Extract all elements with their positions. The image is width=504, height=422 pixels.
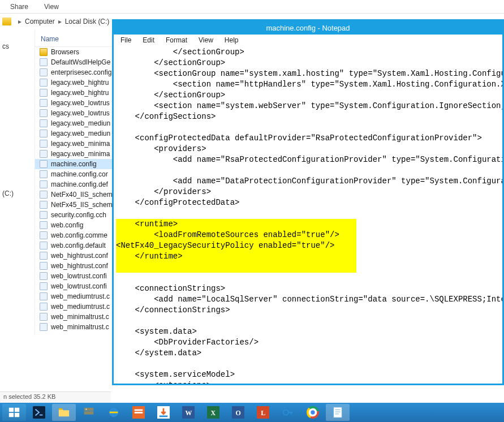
taskbar-download[interactable] bbox=[152, 404, 175, 421]
svg-point-23 bbox=[283, 410, 288, 415]
file-label: web_hightrust.conf bbox=[51, 252, 108, 260]
folder-icon bbox=[58, 406, 70, 419]
menu-edit[interactable]: Edit bbox=[138, 36, 159, 45]
file-icon bbox=[40, 221, 48, 229]
excel-icon: X bbox=[207, 406, 219, 419]
notepad-titlebar[interactable]: machine.config - Notepad bbox=[114, 21, 502, 35]
taskbar[interactable]: W X O L bbox=[0, 403, 504, 422]
menu-file[interactable]: File bbox=[116, 36, 136, 45]
explorer-ribbon: Share View bbox=[0, 0, 504, 14]
file-label: legacy.web_mediun bbox=[51, 119, 110, 127]
file-label: web_minimaltrust.c bbox=[51, 313, 109, 321]
file-label: enterprisesec.config bbox=[51, 68, 111, 76]
file-icon bbox=[40, 272, 48, 280]
taskbar-explorer[interactable] bbox=[52, 404, 76, 421]
notepad-text-area[interactable]: </sectionGroup> </sectionGroup> <section… bbox=[114, 46, 502, 384]
file-label: NetFx45_IIS_schema bbox=[51, 201, 116, 209]
breadcrumb-computer[interactable]: Computer bbox=[25, 18, 55, 25]
file-label: web_lowtrust.confi bbox=[51, 282, 107, 290]
file-label: web.config.default bbox=[51, 242, 106, 249]
svg-text:O: O bbox=[235, 409, 240, 417]
file-icon bbox=[40, 68, 48, 76]
file-label: web_mediumtrust.c bbox=[51, 292, 110, 300]
file-icon bbox=[40, 130, 48, 137]
file-icon bbox=[40, 231, 48, 239]
file-icon bbox=[40, 160, 48, 168]
svg-rect-29 bbox=[334, 407, 342, 417]
file-label: NetFx40_IIS_schema bbox=[51, 191, 116, 199]
app-icon bbox=[132, 406, 145, 419]
powershell-icon bbox=[33, 406, 45, 419]
start-button[interactable] bbox=[2, 404, 26, 421]
breadcrumb-localdisk[interactable]: Local Disk (C:) bbox=[65, 18, 110, 25]
file-icon bbox=[40, 79, 48, 87]
svg-rect-11 bbox=[135, 410, 143, 411]
taskbar-word[interactable]: W bbox=[176, 404, 200, 421]
svg-rect-6 bbox=[84, 408, 94, 411]
svg-text:X: X bbox=[210, 409, 216, 417]
file-icon bbox=[40, 252, 48, 260]
svg-rect-3 bbox=[15, 413, 19, 417]
ribbon-tab-share[interactable]: Share bbox=[10, 3, 28, 11]
svg-text:L: L bbox=[261, 409, 265, 417]
file-label: web_mediumtrust.c bbox=[51, 303, 110, 311]
file-icon bbox=[40, 313, 48, 321]
svg-rect-12 bbox=[135, 412, 143, 414]
explorer-nav-panel[interactable]: cs (C:) bbox=[0, 29, 35, 335]
file-label: legacy.web_lowtrus bbox=[51, 99, 110, 107]
notepad-window[interactable]: machine.config - Notepad File Edit Forma… bbox=[112, 19, 504, 385]
svg-rect-5 bbox=[59, 408, 62, 410]
file-icon bbox=[40, 262, 48, 270]
file-label: web_minimaltrust.c bbox=[51, 323, 109, 331]
menu-format[interactable]: Format bbox=[161, 36, 192, 45]
key-icon bbox=[282, 406, 294, 419]
file-icon bbox=[40, 58, 48, 66]
svg-rect-1 bbox=[15, 408, 19, 412]
svg-point-8 bbox=[86, 409, 87, 410]
file-icon bbox=[40, 323, 48, 331]
nav-item-cdrive[interactable]: (C:) bbox=[0, 188, 35, 199]
file-label: legacy.web_hightru bbox=[51, 79, 109, 87]
file-icon bbox=[40, 150, 48, 158]
outlook-icon: O bbox=[232, 406, 244, 419]
menu-view[interactable]: View bbox=[194, 36, 218, 45]
nav-item[interactable]: cs bbox=[0, 41, 35, 52]
file-label: web.config bbox=[51, 221, 83, 229]
taskbar-outlook[interactable]: O bbox=[226, 404, 250, 421]
taskbar-powershell[interactable] bbox=[27, 404, 51, 421]
lync-icon: L bbox=[257, 406, 269, 419]
chevron-right-icon: ▸ bbox=[18, 18, 21, 25]
file-label: legacy.web_mediun bbox=[51, 130, 110, 137]
file-icon bbox=[40, 201, 48, 209]
taskbar-chrome[interactable] bbox=[301, 404, 325, 421]
file-label: DefaultWsdlHelpGe bbox=[51, 58, 110, 66]
taskbar-app-orange[interactable] bbox=[127, 404, 150, 421]
svg-rect-0 bbox=[9, 408, 14, 412]
file-icon bbox=[40, 119, 48, 127]
svg-point-28 bbox=[311, 410, 315, 414]
taskbar-app-key[interactable] bbox=[276, 404, 300, 421]
file-icon bbox=[40, 180, 48, 188]
file-label: web.config.comme bbox=[51, 231, 107, 239]
highlighted-runtime-block: <runtime> <loadFromRemoteSources enabled… bbox=[116, 219, 356, 273]
file-icon bbox=[40, 211, 48, 219]
chrome-icon bbox=[307, 406, 319, 419]
svg-text:W: W bbox=[186, 409, 192, 417]
file-label: legacy.web_minima bbox=[51, 140, 110, 148]
svg-rect-14 bbox=[160, 416, 168, 417]
file-icon bbox=[40, 282, 48, 290]
word-icon: W bbox=[182, 406, 195, 419]
file-icon bbox=[40, 99, 48, 107]
taskbar-ie[interactable] bbox=[102, 404, 126, 421]
taskbar-server-manager[interactable] bbox=[77, 404, 101, 421]
taskbar-excel[interactable]: X bbox=[201, 404, 225, 421]
ribbon-tab-view[interactable]: View bbox=[44, 3, 59, 11]
taskbar-notepad[interactable] bbox=[326, 404, 350, 421]
windows-icon bbox=[8, 406, 20, 419]
taskbar-lync[interactable]: L bbox=[251, 404, 275, 421]
file-label: machine.config.cor bbox=[51, 170, 108, 178]
file-label: legacy.web_lowtrus bbox=[51, 109, 110, 117]
file-label: web_lowtrust.confi bbox=[51, 272, 107, 280]
menu-help[interactable]: Help bbox=[220, 36, 243, 45]
file-label: machine.config bbox=[51, 160, 97, 168]
